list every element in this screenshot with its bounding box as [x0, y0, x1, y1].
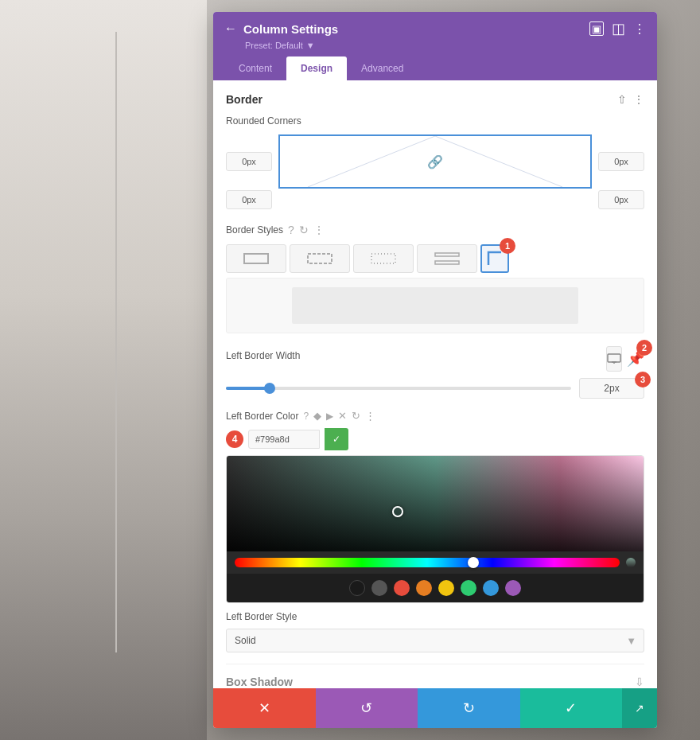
svg-line-1 — [435, 136, 562, 187]
undo-button[interactable]: ↺ — [316, 688, 418, 728]
reset-icon[interactable]: ↻ — [299, 224, 309, 236]
gradient-layer-2 — [227, 456, 644, 551]
svg-rect-6 — [435, 261, 459, 264]
color-hex-row: 4 ✓ — [226, 428, 644, 450]
border-styles-section: Border Styles ? ↻ ⋮ — [226, 224, 644, 273]
panel-header: ← Column Settings ▣ ◫ ⋮ Preset: Default … — [213, 12, 657, 80]
fullscreen-icon[interactable]: ▣ — [589, 21, 604, 36]
badge-2: 2 — [636, 340, 652, 356]
color-more-icon[interactable]: ⋮ — [365, 410, 375, 422]
corner-top-right-input[interactable] — [598, 152, 644, 171]
border-style-select[interactable]: Solid Dashed Dotted Double Groove Ridge — [226, 629, 644, 652]
section-more-icon[interactable]: ⋮ — [633, 93, 644, 106]
border-style-dashed-btn[interactable] — [290, 244, 350, 273]
left-border-width-header: Left Border Width 📌 2 — [226, 346, 644, 372]
dashed-border-icon — [306, 251, 333, 267]
color-help-icon[interactable]: ? — [303, 411, 309, 422]
border-style-buttons: 1 — [226, 244, 644, 273]
color-confirm-button[interactable]: ✓ — [325, 428, 348, 450]
svg-rect-2 — [244, 254, 268, 263]
corner-bottom-right-input[interactable] — [598, 190, 644, 209]
slider-thumb[interactable] — [264, 383, 275, 394]
badge-4: 4 — [226, 430, 243, 448]
tab-content[interactable]: Content — [224, 56, 286, 80]
device-select[interactable] — [606, 346, 622, 372]
link-corners-icon[interactable]: 🔗 — [427, 154, 443, 169]
svg-line-0 — [308, 136, 435, 187]
slider-track[interactable] — [226, 387, 571, 390]
swatch-purple[interactable] — [505, 580, 521, 596]
color-transparent-icon[interactable]: ✕ — [338, 410, 347, 422]
color-cursor-icon[interactable]: ▶ — [326, 411, 333, 422]
back-arrow-icon[interactable]: ← — [224, 21, 237, 36]
corner-top-left-input[interactable] — [226, 152, 272, 171]
swatch-yellow[interactable] — [438, 580, 454, 596]
alpha-slider[interactable] — [626, 558, 636, 567]
slider-fill — [226, 387, 267, 390]
corner-bottom-left-input[interactable] — [226, 190, 272, 209]
border-styles-header: Border Styles ? ↻ ⋮ — [226, 224, 644, 236]
gradient-area[interactable] — [227, 456, 644, 551]
tab-design[interactable]: Design — [286, 56, 347, 80]
columns-icon[interactable]: ◫ — [612, 20, 625, 37]
left-border-style-label: Left Border Style — [226, 611, 644, 622]
swatch-gray[interactable] — [371, 580, 387, 596]
extra-button[interactable]: ↗ — [622, 688, 657, 728]
border-preview-area — [226, 278, 644, 333]
border-styles-more-icon[interactable]: ⋮ — [313, 224, 325, 236]
picker-controls — [227, 551, 644, 574]
border-style-corner-wrap: 1 — [480, 244, 509, 273]
preset-label: Preset: Default — [245, 41, 303, 50]
color-label-row: Left Border Color ? ◆ ▶ ✕ ↻ ⋮ — [226, 410, 644, 422]
panel-title: Column Settings — [243, 22, 338, 36]
rounded-corners-label: Rounded Corners — [226, 115, 644, 127]
svg-rect-4 — [371, 254, 395, 263]
border-style-double-btn[interactable] — [417, 244, 477, 273]
badge-1: 1 — [500, 238, 515, 254]
swatch-blue[interactable] — [483, 580, 499, 596]
save-button[interactable]: ✓ — [520, 688, 623, 728]
action-bar: ✕ ↺ ↻ ✓ ↗ — [213, 688, 657, 728]
color-hex-input[interactable] — [248, 430, 320, 449]
title-row: ← Column Settings ▣ ◫ ⋮ — [224, 20, 646, 37]
panel-content: Border ⇧ ⋮ Rounded Corners 🔗 — [213, 80, 657, 688]
collapse-icon[interactable]: ⇧ — [617, 93, 627, 106]
more-icon[interactable]: ⋮ — [633, 21, 646, 37]
svg-rect-7 — [608, 354, 620, 362]
swatch-orange[interactable] — [416, 580, 432, 596]
slider-value-wrap: 3 — [579, 378, 644, 399]
color-eyedropper-icon[interactable]: ◆ — [313, 410, 321, 422]
section-controls: ⇧ ⋮ — [617, 93, 644, 106]
left-border-style-section: Left Border Style Solid Dashed Dotted Do… — [226, 611, 644, 652]
swatch-green[interactable] — [461, 580, 476, 596]
help-icon[interactable]: ? — [288, 224, 294, 236]
swatch-black[interactable] — [349, 580, 365, 596]
select-wrapper: Solid Dashed Dotted Double Groove Ridge … — [226, 629, 644, 652]
border-styles-label: Border Styles — [226, 224, 283, 236]
tabs: Content Design Advanced — [224, 56, 646, 80]
preset-arrow-icon[interactable]: ▼ — [306, 41, 315, 50]
border-preview-inner — [292, 287, 578, 324]
corners-bottom-row — [226, 190, 644, 209]
cancel-button[interactable]: ✕ — [213, 688, 316, 728]
border-style-solid-btn[interactable] — [226, 244, 286, 273]
box-shadow-collapse-icon[interactable]: ⇩ — [635, 676, 644, 688]
left-border-color-label: Left Border Color — [226, 411, 298, 422]
corners-top-row: 🔗 — [226, 134, 644, 189]
swatch-red[interactable] — [394, 580, 410, 596]
left-border-width-controls: 📌 2 — [606, 346, 644, 372]
picker-circle — [392, 506, 403, 517]
hue-slider[interactable] — [235, 558, 620, 567]
column-settings-panel: ← Column Settings ▣ ◫ ⋮ Preset: Default … — [213, 12, 657, 728]
slider-row: 3 — [226, 378, 644, 399]
tab-advanced[interactable]: Advanced — [347, 56, 418, 80]
left-border-color-section: Left Border Color ? ◆ ▶ ✕ ↻ ⋮ 4 ✓ — [226, 410, 644, 603]
preset-row: Preset: Default ▼ — [245, 41, 646, 50]
left-border-width-section: Left Border Width 📌 2 — [226, 346, 644, 399]
redo-button[interactable]: ↻ — [418, 688, 520, 728]
badge-3: 3 — [635, 372, 651, 388]
box-shadow-label: Box Shadow — [226, 676, 293, 688]
color-reset-icon[interactable]: ↻ — [352, 410, 360, 422]
border-style-dotted-btn[interactable] — [353, 244, 414, 273]
title-left: ← Column Settings — [224, 21, 338, 36]
